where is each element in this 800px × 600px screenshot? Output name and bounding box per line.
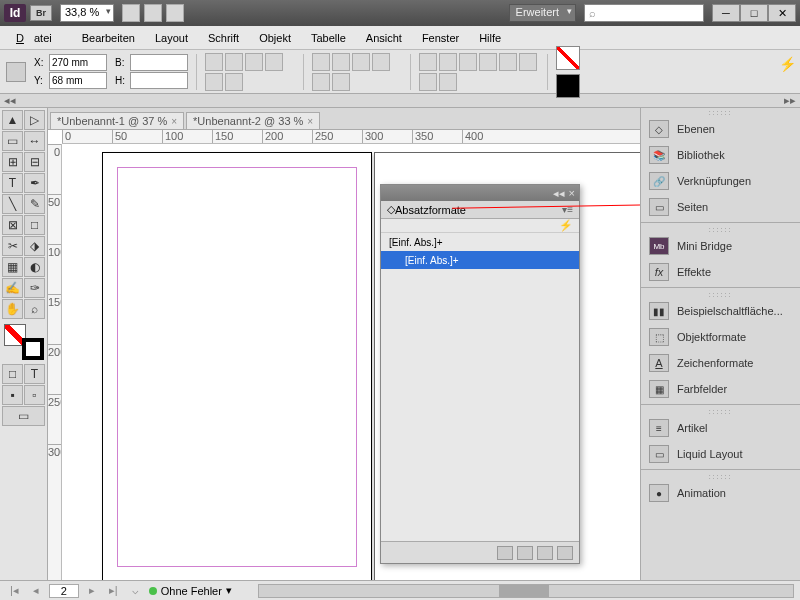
content-collector-tool[interactable]: ⊞	[2, 152, 23, 172]
content-placer-tool[interactable]: ⊟	[24, 152, 45, 172]
panel-effekte[interactable]: fxEffekte	[641, 259, 800, 285]
note-tool[interactable]: ✍	[2, 278, 23, 298]
zoom-tool[interactable]: ⌕	[24, 299, 45, 319]
panel-artikel[interactable]: ≡Artikel	[641, 415, 800, 441]
panel-animation[interactable]: ●Animation	[641, 480, 800, 506]
expand-right-icon[interactable]: ▸▸	[784, 94, 796, 107]
panel-ebenen[interactable]: ◇Ebenen	[641, 116, 800, 142]
bridge-logo[interactable]: Br	[30, 5, 52, 21]
expand-left-icon[interactable]: ◂◂	[4, 94, 16, 107]
pen-tool[interactable]: ✒	[24, 173, 45, 193]
h-input[interactable]	[130, 72, 188, 89]
menu-file[interactable]: Datei	[6, 29, 72, 47]
horizontal-scrollbar[interactable]	[258, 584, 794, 598]
quick-apply-icon[interactable]: ⚡	[779, 56, 796, 72]
document-tab-2[interactable]: *Unbenannt-2 @ 33 %×	[186, 112, 320, 129]
scale-y-icon[interactable]	[265, 53, 283, 71]
panel-close-icon[interactable]: ×	[569, 187, 575, 199]
arrange-docs-icon[interactable]	[166, 4, 184, 22]
preflight-status[interactable]: Ohne Fehler▾	[149, 584, 232, 597]
next-page-button[interactable]: ▸	[85, 584, 99, 597]
panel-farbfelder[interactable]: ▦Farbfelder	[641, 376, 800, 402]
search-input[interactable]: ⌕	[584, 4, 704, 22]
pathfinder-icon[interactable]	[419, 73, 437, 91]
menu-layout[interactable]: Layout	[145, 29, 198, 47]
first-page-button[interactable]: |◂	[6, 584, 23, 597]
stroke-style-icon[interactable]	[312, 73, 330, 91]
free-transform-tool[interactable]: ⬗	[24, 236, 45, 256]
select-content-icon[interactable]	[332, 53, 350, 71]
x-input[interactable]	[49, 54, 107, 71]
pencil-tool[interactable]: ✎	[24, 194, 45, 214]
menu-table[interactable]: Tabelle	[301, 29, 356, 47]
panel-bibliothek[interactable]: 📚Bibliothek	[641, 142, 800, 168]
apply-color-icon[interactable]: □	[2, 364, 23, 384]
panel-title[interactable]: Absatzformate	[395, 204, 466, 216]
normal-view-icon[interactable]: ▪	[2, 385, 23, 405]
gradient-feather-tool[interactable]: ◐	[24, 257, 45, 277]
gradient-swatch-tool[interactable]: ▦	[2, 257, 23, 277]
menu-window[interactable]: Fenster	[412, 29, 469, 47]
rectangle-tool[interactable]: □	[24, 215, 45, 235]
distribute-icon[interactable]	[519, 53, 537, 71]
stroke-weight-icon[interactable]	[372, 53, 390, 71]
panel-liquid[interactable]: ▭Liquid Layout	[641, 441, 800, 467]
preview-view-icon[interactable]: ▫	[24, 385, 45, 405]
convert-shape-icon[interactable]	[439, 73, 457, 91]
text-wrap-icon[interactable]	[419, 53, 437, 71]
panel-minibridge[interactable]: MbMini Bridge	[641, 233, 800, 259]
eyedropper-tool[interactable]: ✑	[24, 278, 45, 298]
menu-view[interactable]: Ansicht	[356, 29, 412, 47]
screen-mode-icon[interactable]	[144, 4, 162, 22]
panel-objektformate[interactable]: ⬚Objektformate	[641, 324, 800, 350]
style-row[interactable]: [Einf. Abs.]+	[381, 233, 579, 251]
menu-help[interactable]: Hilfe	[469, 29, 511, 47]
minimize-button[interactable]: ─	[712, 4, 740, 22]
scale-x-icon[interactable]	[205, 53, 223, 71]
clear-overrides-icon[interactable]	[517, 546, 533, 560]
zoom-combo[interactable]: 33,8 %	[60, 4, 114, 22]
screen-mode-tool[interactable]: ▭	[2, 406, 45, 426]
trash-icon[interactable]	[557, 546, 573, 560]
direct-selection-tool[interactable]: ▷	[24, 110, 45, 130]
menu-object[interactable]: Objekt	[249, 29, 301, 47]
panel-zeichenformate[interactable]: AZeichenformate	[641, 350, 800, 376]
w-input[interactable]	[130, 54, 188, 71]
page-number-input[interactable]: 2	[49, 584, 79, 598]
opacity-icon[interactable]	[459, 53, 477, 71]
last-page-button[interactable]: ▸|	[105, 584, 122, 597]
align-icon[interactable]	[499, 53, 517, 71]
scissors-tool[interactable]: ✂	[2, 236, 23, 256]
shear-icon[interactable]	[245, 53, 263, 71]
panel-seiten[interactable]: ▭Seiten	[641, 194, 800, 220]
apply-none-icon[interactable]: T	[24, 364, 45, 384]
panel-beispiel[interactable]: ▮▮Beispielschaltfläche...	[641, 298, 800, 324]
corner-icon[interactable]	[332, 73, 350, 91]
stroke-swatch[interactable]	[556, 46, 580, 70]
type-tool[interactable]: T	[2, 173, 23, 193]
menu-edit[interactable]: Bearbeiten	[72, 29, 145, 47]
y-input[interactable]	[49, 72, 107, 89]
open-button[interactable]: ⌵	[128, 584, 143, 597]
hand-tool[interactable]: ✋	[2, 299, 23, 319]
fill-stroke-proxy[interactable]	[4, 324, 44, 360]
document-tab-1[interactable]: *Unbenannt-1 @ 37 %×	[50, 112, 184, 129]
prev-page-button[interactable]: ◂	[29, 584, 43, 597]
panel-verknuepfungen[interactable]: 🔗Verknüpfungen	[641, 168, 800, 194]
close-icon[interactable]: ×	[307, 116, 313, 127]
page-1[interactable]	[102, 152, 372, 580]
new-style-icon[interactable]	[537, 546, 553, 560]
dropshadow-icon[interactable]	[479, 53, 497, 71]
style-row-selected[interactable]: [Einf. Abs.]+	[381, 251, 579, 269]
view-options-icon[interactable]	[122, 4, 140, 22]
menu-type[interactable]: Schrift	[198, 29, 249, 47]
maximize-button[interactable]: □	[740, 4, 768, 22]
collapse-icon[interactable]: ◂◂	[553, 187, 565, 200]
line-tool[interactable]: ╲	[2, 194, 23, 214]
fit-frame-icon[interactable]	[352, 53, 370, 71]
fill-swatch[interactable]	[556, 74, 580, 98]
workspace-switcher[interactable]: Erweitert	[509, 4, 576, 22]
selection-tool[interactable]: ▲	[2, 110, 23, 130]
select-container-icon[interactable]	[312, 53, 330, 71]
rotate-icon[interactable]	[225, 53, 243, 71]
